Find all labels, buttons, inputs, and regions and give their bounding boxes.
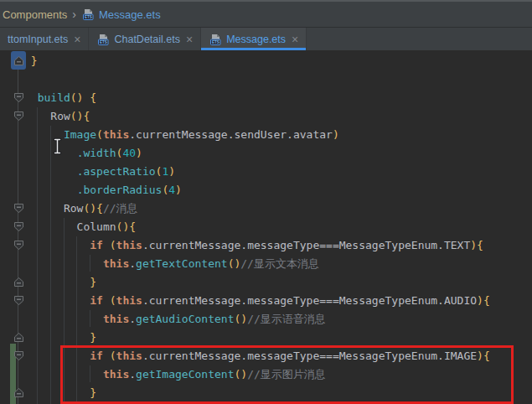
tab-bottominput[interactable]: ttomInput.ets × <box>0 28 89 50</box>
fold-up-icon[interactable] <box>13 332 24 343</box>
breadcrumb-file[interactable]: Message.ets <box>99 8 161 21</box>
code-line[interactable]: if (this.currentMessage.messageType===Me… <box>24 347 532 365</box>
svg-text:ETS: ETS <box>212 40 220 44</box>
editor-tab-bar: ttomInput.ets × ETS ChatDetail.ets × ETS… <box>0 28 532 50</box>
fold-down-icon[interactable] <box>13 92 24 103</box>
ets-file-icon: ETS <box>96 33 110 46</box>
ide-window: Compoments › ETS Message.ets ttomInput.e… <box>0 0 532 404</box>
tab-label: Message.ets <box>226 34 286 45</box>
code-line[interactable]: Row(){//消息 <box>24 199 532 218</box>
tab-label: ttomInput.ets <box>8 34 68 45</box>
fold-down-icon[interactable] <box>13 350 24 361</box>
code-line[interactable]: Column(){ <box>24 218 532 236</box>
fold-up-icon[interactable] <box>13 387 24 398</box>
svg-text:ETS: ETS <box>100 40 107 44</box>
code-line[interactable]: } <box>24 273 532 292</box>
tab-chatdetail[interactable]: ETS ChatDetail.ets × <box>89 28 201 50</box>
fold-up-icon[interactable] <box>13 277 24 287</box>
code-line[interactable]: if (this.currentMessage.messageType===Me… <box>24 236 532 255</box>
code-line[interactable]: .aspectRatio(1) <box>24 163 532 181</box>
code-line[interactable]: if (this.currentMessage.messageType===Me… <box>24 292 532 310</box>
fold-down-icon[interactable] <box>13 221 24 232</box>
code-line[interactable] <box>24 70 532 89</box>
close-icon[interactable]: × <box>74 34 80 45</box>
code-lines[interactable]: } build() { Row(){ Image(this.currentMes… <box>0 52 532 402</box>
code-line[interactable]: } <box>24 52 532 70</box>
code-line[interactable]: .width(40) <box>24 144 532 163</box>
code-line[interactable]: .borderRadius(4) <box>24 181 532 199</box>
close-icon[interactable]: × <box>186 34 193 45</box>
code-line[interactable]: } <box>24 329 532 347</box>
code-line[interactable]: this.getImageContent()//显示图片消息 <box>24 365 532 384</box>
fold-up-icon[interactable] <box>13 55 24 66</box>
chevron-right-icon: › <box>72 8 76 21</box>
tab-label: ChatDetail.ets <box>114 34 180 45</box>
code-line[interactable]: Row(){ <box>24 107 532 126</box>
ets-file-icon: ETS <box>81 8 95 21</box>
code-line[interactable]: Image(this.currentMessage.sendUser.avata… <box>24 126 532 144</box>
text-cursor-pointer <box>53 137 63 156</box>
breadcrumb: Compoments › ETS Message.ets <box>0 0 532 28</box>
svg-text:ETS: ETS <box>85 15 92 19</box>
code-line[interactable]: } <box>24 384 532 402</box>
fold-down-icon[interactable] <box>13 111 24 122</box>
tab-message-active[interactable]: ETS Message.ets × <box>201 28 307 50</box>
code-line[interactable]: this.getTextContent()//显示文本消息 <box>24 255 532 273</box>
code-line[interactable]: build() { <box>24 89 532 107</box>
breadcrumb-project[interactable]: Compoments <box>3 8 67 21</box>
code-line[interactable]: this.getAudioContent()//显示语音消息 <box>24 310 532 329</box>
ets-file-icon: ETS <box>209 33 222 46</box>
fold-down-icon[interactable] <box>13 203 24 214</box>
fold-down-icon[interactable] <box>13 295 24 306</box>
close-icon[interactable]: × <box>292 34 298 45</box>
fold-down-icon[interactable] <box>13 240 24 251</box>
code-editor[interactable]: } build() { Row(){ Image(this.currentMes… <box>0 50 532 404</box>
